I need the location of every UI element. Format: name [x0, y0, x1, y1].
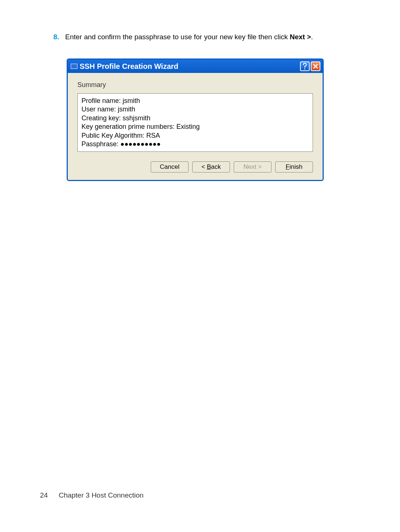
ssh-profile-wizard-dialog: SSH Profile Creation Wizard Summary Prof… [67, 58, 324, 181]
help-icon [302, 63, 307, 70]
page-number: 24 [40, 491, 48, 499]
summary-line: User name: jsmith [81, 105, 309, 114]
step-text-before: Enter and confirm the passphrase to use … [65, 33, 290, 41]
step-text-bold: Next > [290, 33, 311, 41]
cancel-button[interactable]: Cancel [151, 161, 189, 173]
step-text-after: . [311, 33, 313, 41]
finish-button[interactable]: Finish [275, 161, 313, 173]
step-number: 8. [53, 33, 59, 42]
wizard-button-row: Cancel < Back Next > Finish [77, 161, 313, 173]
app-icon [71, 64, 77, 69]
step-text: Enter and confirm the passphrase to use … [65, 33, 357, 42]
back-button[interactable]: < Back [192, 161, 230, 173]
next-button[interactable]: Next > [234, 161, 271, 173]
summary-box: Profile name: jsmith User name: jsmith C… [77, 93, 313, 152]
summary-line: Key generation prime numbers: Existing [81, 123, 309, 131]
instruction-step: 8. Enter and confirm the passphrase to u… [53, 33, 357, 42]
help-button[interactable] [300, 61, 310, 71]
summary-section-label: Summary [77, 81, 313, 89]
svg-point-0 [304, 68, 306, 70]
summary-line: Creating key: sshjsmith [81, 114, 309, 123]
summary-line: Passphrase: ●●●●●●●●●● [81, 140, 309, 148]
wizard-body: Summary Profile name: jsmith User name: … [68, 73, 323, 180]
summary-line: Profile name: jsmith [81, 97, 309, 105]
close-button[interactable] [311, 61, 320, 71]
page-footer: 24 Chapter 3 Host Connection [40, 491, 144, 499]
chapter-title: Chapter 3 Host Connection [59, 491, 143, 499]
summary-line: Public Key Algorithm: RSA [81, 131, 309, 140]
dialog-title: SSH Profile Creation Wizard [80, 62, 179, 71]
titlebar: SSH Profile Creation Wizard [68, 60, 323, 73]
close-icon [313, 63, 319, 69]
